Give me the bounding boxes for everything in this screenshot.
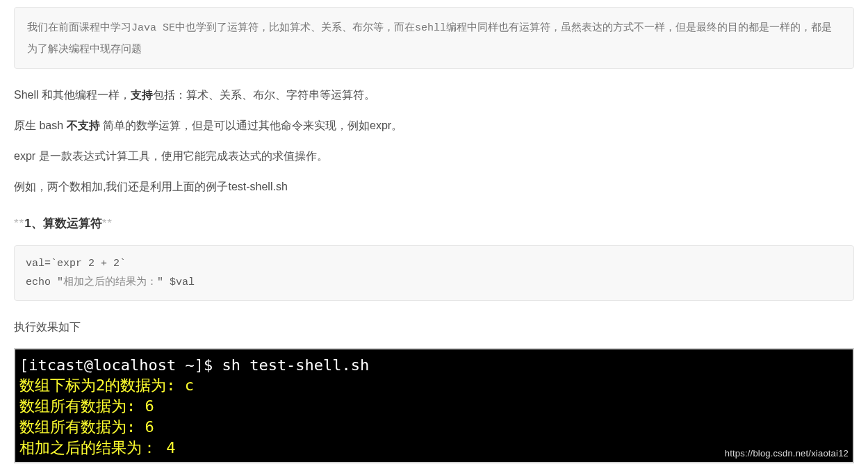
bq-text-1: 我们在前面课程中学习 <box>27 21 131 33</box>
p1-pre: Shell 和其他编程一样， <box>14 89 131 101</box>
p2-pre: 原生 bash <box>14 119 67 131</box>
terminal-line-4: 数组所有数据为: 6 <box>19 417 849 438</box>
bq-mono-2: sehll <box>415 22 446 34</box>
intro-blockquote: 我们在前面课程中学习Java SE中也学到了运算符，比如算术、关系、布尔等，而在… <box>14 7 854 69</box>
bq-text-2: 中也学到了运算符，比如算术、关系、布尔等，而在 <box>175 21 415 33</box>
terminal-line-1: [itcast@localhost ~]$ sh test-shell.sh <box>19 355 849 376</box>
paragraph-3: expr 是一款表达式计算工具，使用它能完成表达式的求值操作。 <box>14 147 854 166</box>
p2-strong: 不支持 <box>67 119 100 131</box>
terminal-output: [itcast@localhost ~]$ sh test-shell.sh 数… <box>14 348 854 463</box>
p4-text: 例如，两个数相加,我们还是利用上面的例子test-shell.sh <box>14 181 288 192</box>
paragraph-1: Shell 和其他编程一样，支持包括：算术、关系、布尔、字符串等运算符。 <box>14 85 854 105</box>
p5-text: 执行效果如下 <box>14 321 81 333</box>
section-heading-1: **1、算数运算符** <box>14 213 854 234</box>
p1-post: 包括：算术、关系、布尔、字符串等运算符。 <box>153 89 375 101</box>
terminal-cmd: sh test-shell.sh <box>222 356 369 374</box>
heading-text: 1、算数运算符 <box>24 217 101 230</box>
code-line-2c: " $val <box>157 276 195 288</box>
bq-mono-1: Java SE <box>131 22 175 34</box>
paragraph-2: 原生 bash 不支持 简单的数学运算，但是可以通过其他命令来实现，例如expr… <box>14 116 854 135</box>
terminal-line-3: 数组所有数据为: 6 <box>19 396 849 417</box>
asters-left: ** <box>14 217 24 230</box>
code-line-2b: 相加之后的结果为： <box>63 276 157 288</box>
terminal-line-2: 数组下标为2的数据为: c <box>19 375 849 396</box>
terminal-prompt: [itcast@localhost ~]$ <box>19 356 222 374</box>
code-block-1: val=`expr 2 + 2` echo "相加之后的结果为：" $val <box>14 245 854 301</box>
paragraph-5: 执行效果如下 <box>14 317 854 337</box>
paragraph-4: 例如，两个数相加,我们还是利用上面的例子test-shell.sh <box>14 177 854 197</box>
p1-strong: 支持 <box>131 89 153 101</box>
code-line-1: val=`expr 2 + 2` <box>26 258 126 270</box>
asters-right: ** <box>102 217 113 230</box>
code-line-2a: echo " <box>26 276 63 288</box>
watermark: https://blog.csdn.net/xiaotai12 <box>725 447 849 460</box>
p2-post: 简单的数学运算，但是可以通过其他命令来实现，例如expr。 <box>100 119 403 131</box>
p3-text: expr 是一款表达式计算工具，使用它能完成表达式的求值操作。 <box>14 150 328 162</box>
